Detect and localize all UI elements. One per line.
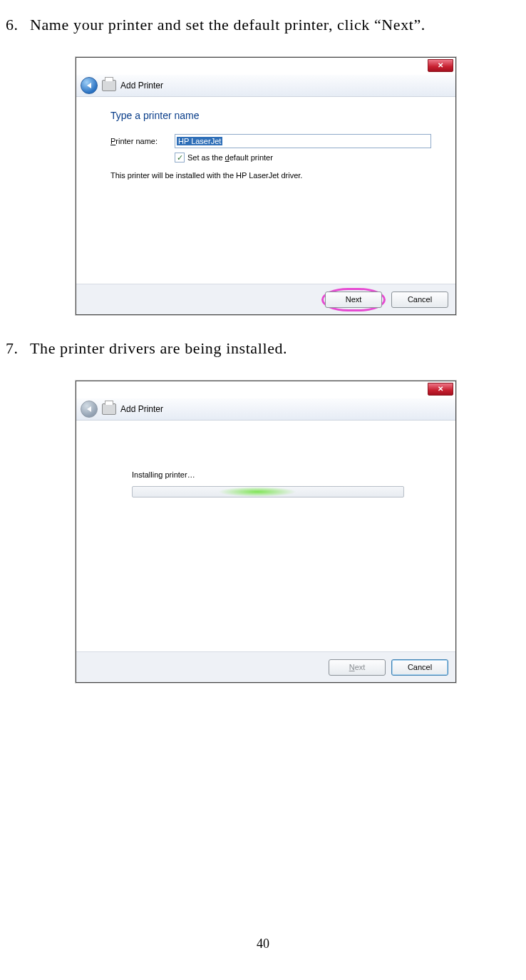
back-button[interactable] bbox=[81, 401, 98, 418]
step-6-text: Name your printer and set the default pr… bbox=[30, 13, 520, 37]
close-icon: ✕ bbox=[438, 386, 443, 393]
back-button[interactable] bbox=[81, 77, 98, 94]
back-arrow-icon bbox=[87, 83, 91, 88]
next-button: Next bbox=[329, 659, 386, 676]
dialog-title: Add Printer bbox=[120, 404, 163, 414]
close-button[interactable]: ✕ bbox=[428, 383, 453, 396]
step-7-number: 7. bbox=[6, 336, 30, 361]
step-7: 7. The printer drivers are being install… bbox=[6, 336, 520, 361]
default-printer-checkbox[interactable]: ✓ bbox=[175, 153, 185, 163]
back-arrow-icon bbox=[87, 406, 91, 412]
step-6-number: 6. bbox=[6, 13, 30, 37]
page-number: 40 bbox=[0, 937, 526, 951]
dialog-header: Add Printer bbox=[76, 398, 455, 421]
cancel-button[interactable]: Cancel bbox=[391, 292, 448, 308]
close-icon: ✕ bbox=[438, 62, 443, 69]
dialog-name-printer: ✕ Add Printer Type a printer name Printe… bbox=[76, 57, 456, 315]
printer-icon bbox=[102, 80, 116, 91]
default-printer-label: Set as the default printer bbox=[187, 153, 273, 162]
printer-name-input[interactable]: HP LaserJet bbox=[175, 134, 431, 148]
titlebar: ✕ bbox=[76, 58, 455, 75]
step-7-text: The printer drivers are being installed. bbox=[30, 336, 520, 361]
installing-label: Installing printer… bbox=[132, 470, 431, 479]
next-button[interactable]: Next bbox=[325, 292, 382, 308]
titlebar: ✕ bbox=[76, 381, 455, 398]
close-button[interactable]: ✕ bbox=[428, 59, 453, 72]
dialog-installing: ✕ Add Printer Installing printer… Next bbox=[76, 381, 456, 683]
progress-bar bbox=[132, 486, 404, 497]
cancel-button[interactable]: Cancel bbox=[391, 659, 448, 676]
printer-icon bbox=[102, 403, 116, 415]
section-heading: Type a printer name bbox=[110, 110, 431, 121]
checkmark-icon: ✓ bbox=[177, 154, 183, 162]
printer-name-label: Printer name: bbox=[110, 137, 175, 145]
next-button-highlight: Next bbox=[321, 288, 386, 311]
driver-info-text: This printer will be installed with the … bbox=[110, 171, 431, 180]
dialog-title: Add Printer bbox=[120, 81, 163, 91]
dialog-header: Add Printer bbox=[76, 75, 455, 97]
progress-glow bbox=[218, 487, 296, 497]
step-6: 6. Name your printer and set the default… bbox=[6, 13, 520, 37]
printer-name-value: HP LaserJet bbox=[177, 137, 222, 145]
